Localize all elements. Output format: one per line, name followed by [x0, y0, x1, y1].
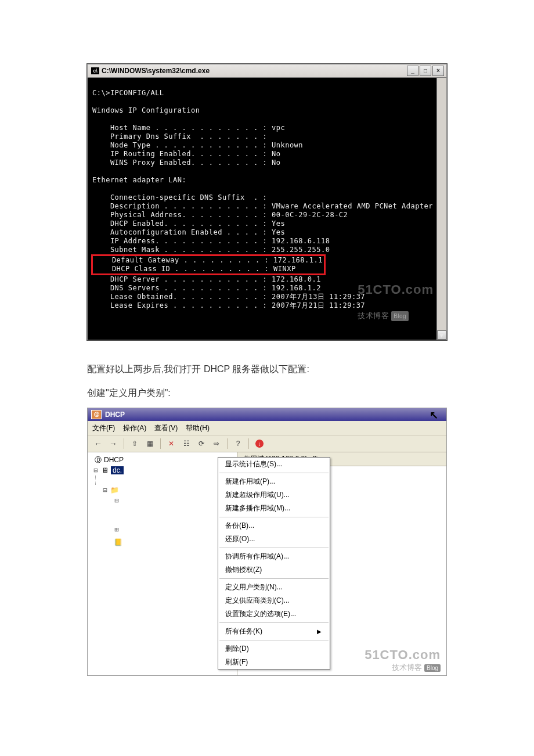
stop-button[interactable]: ↓	[252, 437, 266, 450]
menu-item-delete[interactable]: 删除(D)	[218, 642, 330, 656]
cmd-line: Lease Expires . . . . . . . . . . : 2007…	[92, 301, 365, 309]
separator	[124, 438, 124, 449]
menu-item-stats[interactable]: 显示统计信息(S)...	[218, 458, 330, 471]
menu-item-new-multicast[interactable]: 新建多播作用域(M)...	[218, 502, 330, 515]
watermark-badge: Blog	[391, 311, 409, 321]
back-button[interactable]: ←	[91, 437, 105, 450]
toolbar: ← → ⇧ ▦ ✕ ☷ ⟳ ⇨ ? ↓	[88, 435, 446, 452]
refresh-button[interactable]: ⟳	[194, 437, 208, 450]
menu-item-new-superscope[interactable]: 新建超级作用域(U)...	[218, 488, 330, 502]
dhcp-title-text: DHCP	[105, 411, 125, 419]
separator	[160, 438, 161, 449]
help-button[interactable]: ?	[231, 437, 245, 450]
menu-item-label: 显示统计信息(S)...	[225, 459, 282, 469]
delete-button[interactable]: ✕	[164, 437, 178, 450]
scope-icon: 📒	[113, 538, 122, 546]
menu-item-restore[interactable]: 还原(O)...	[218, 532, 330, 546]
menu-item-label: 刷新(F)	[225, 657, 248, 667]
menu-item-refresh[interactable]: 刷新(F)	[218, 656, 330, 669]
tree-node-child[interactable]: ⊟	[89, 495, 237, 506]
menu-separator	[219, 622, 329, 623]
cmd-icon: c\	[91, 67, 99, 74]
cmd-line: Primary Dns Suffix . . . . . . . :	[92, 132, 267, 141]
export-button[interactable]: ⇨	[210, 437, 223, 450]
tree-pane[interactable]: Ⓓ DHCP ⊟ 🖥 dc. ⊟ 📁 ⊟ ⊞	[88, 452, 237, 675]
folder-icon: 📁	[110, 486, 119, 494]
paragraph-2: 创建"定义用户类别":	[87, 387, 447, 399]
list-button[interactable]: ▦	[143, 437, 157, 450]
scroll-track[interactable]	[437, 87, 446, 330]
menubar[interactable]: 文件(F) 操作(A) 查看(V) 帮助(H)	[88, 421, 446, 435]
menu-item-backup[interactable]: 备份(B)...	[218, 519, 330, 532]
menu-view[interactable]: 查看(V)	[154, 423, 178, 433]
separator	[227, 438, 228, 449]
cmd-line: Lease Obtained. . . . . . . . . . : 2007…	[92, 293, 365, 301]
tree-node-options[interactable]: 📒	[89, 537, 237, 548]
watermark-badge: Blog	[424, 664, 441, 672]
menu-item-label: 删除(D)	[225, 644, 249, 654]
cmd-scrollbar[interactable]: ▲ ▼	[436, 78, 446, 340]
cmd-line: Default Gateway . . . . . . . . . : 172.…	[94, 256, 323, 264]
menu-item-predefined-options[interactable]: 设置预定义的选项(E)...	[218, 607, 330, 621]
cmd-body[interactable]: C:\>IPCONFIG/ALL Windows IP Configuratio…	[88, 78, 446, 340]
dhcp-icon: Ⓓ	[91, 410, 102, 419]
menu-item-define-vendor-class[interactable]: 定义供应商类别(C)...	[218, 594, 330, 607]
tree-root-label: DHCP	[104, 456, 124, 464]
forward-button[interactable]: →	[106, 437, 120, 450]
scroll-down-icon[interactable]: ▼	[437, 330, 446, 340]
minimize-button[interactable]: _	[407, 66, 418, 76]
menu-item-label: 定义用户类别(N)...	[225, 582, 283, 592]
menu-item-new-scope[interactable]: 新建作用域(P)...	[218, 475, 330, 488]
cmd-line: Node Type . . . . . . . . . . . . : Unkn…	[92, 141, 303, 149]
cmd-line-dhcp-class-id: DHCP Class ID . . . . . . . . . . : WINX…	[94, 265, 296, 273]
server-icon: 🖥	[100, 466, 110, 474]
cmd-titlebar[interactable]: c\ C:\WINDOWS\system32\cmd.exe _ □ ×	[88, 64, 446, 78]
watermark-small: 技术博客	[392, 663, 422, 672]
highlight-box: Default Gateway . . . . . . . . . : 172.…	[91, 254, 326, 275]
properties-button[interactable]: ☷	[179, 437, 193, 450]
context-menu[interactable]: 显示统计信息(S)... 新建作用域(P)... 新建超级作用域(U)... 新…	[218, 457, 330, 669]
cmd-line: IP Routing Enabled. . . . . . . . : No	[92, 150, 280, 158]
menu-separator	[219, 473, 329, 473]
menu-item-unauthorize[interactable]: 撤销授权(Z)	[218, 563, 330, 577]
menu-item-reconcile[interactable]: 协调所有作用域(A)...	[218, 550, 330, 563]
tree-node-child[interactable]: ⊞	[89, 524, 237, 535]
maximize-button[interactable]: □	[420, 66, 431, 76]
expand-icon[interactable]: ⊟	[113, 496, 120, 505]
menu-help[interactable]: 帮助(H)	[186, 423, 210, 433]
cmd-title-text: C:\WINDOWS\system32\cmd.exe	[102, 67, 407, 75]
close-button[interactable]: ×	[432, 66, 444, 76]
expand-icon[interactable]: ⊟	[92, 466, 99, 474]
cmd-window: c\ C:\WINDOWS\system32\cmd.exe _ □ × C:\…	[87, 64, 447, 340]
menu-item-label: 设置预定义的选项(E)...	[225, 609, 296, 619]
menu-item-label: 新建作用域(P)...	[225, 477, 275, 487]
menu-file[interactable]: 文件(F)	[92, 423, 115, 433]
stop-icon: ↓	[255, 440, 264, 448]
menu-item-label: 撤销授权(Z)	[225, 565, 262, 575]
cmd-line: Connection-specific DNS Suffix . :	[92, 193, 267, 201]
tree-root[interactable]: Ⓓ DHCP	[89, 455, 237, 465]
menu-item-label: 还原(O)...	[225, 534, 255, 544]
separator	[248, 438, 249, 449]
menu-item-label: 定义供应商类别(C)...	[225, 596, 290, 606]
menu-item-define-user-class[interactable]: 定义用户类别(N)...	[218, 581, 330, 594]
expand-icon[interactable]: ⊞	[113, 525, 120, 534]
tree-node-dc[interactable]: ⊟ 🖥 dc.	[89, 465, 237, 476]
menu-action[interactable]: 操作(A)	[123, 423, 146, 433]
dhcp-titlebar[interactable]: Ⓓ DHCP ↖	[88, 408, 446, 421]
dhcp-window: Ⓓ DHCP ↖ 文件(F) 操作(A) 查看(V) 帮助(H) ← → ⇧ ▦…	[87, 408, 447, 676]
dhcp-main: Ⓓ DHCP ⊟ 🖥 dc. ⊟ 📁 ⊟ ⊞	[88, 452, 446, 675]
menu-item-all-tasks[interactable]: 所有任务(K)▶	[218, 625, 330, 638]
up-button[interactable]: ⇧	[128, 437, 142, 450]
watermark: 51CTO.com 技术博客Blog	[358, 268, 434, 339]
expand-icon[interactable]: ⊟	[102, 486, 109, 494]
watermark-big: 51CTO.com	[365, 647, 441, 663]
menu-separator	[219, 517, 329, 517]
cmd-line: Description . . . . . . . . . . . : VMwa…	[92, 202, 433, 210]
tree-node-scope[interactable]: ⊟ 📁	[89, 485, 237, 495]
menu-item-label: 备份(B)...	[225, 521, 254, 531]
cmd-line: WINS Proxy Enabled. . . . . . . . : No	[92, 159, 280, 167]
menu-item-label: 所有任务(K)	[225, 627, 262, 636]
cursor-icon: ↖	[430, 409, 438, 422]
menu-separator	[219, 578, 329, 579]
